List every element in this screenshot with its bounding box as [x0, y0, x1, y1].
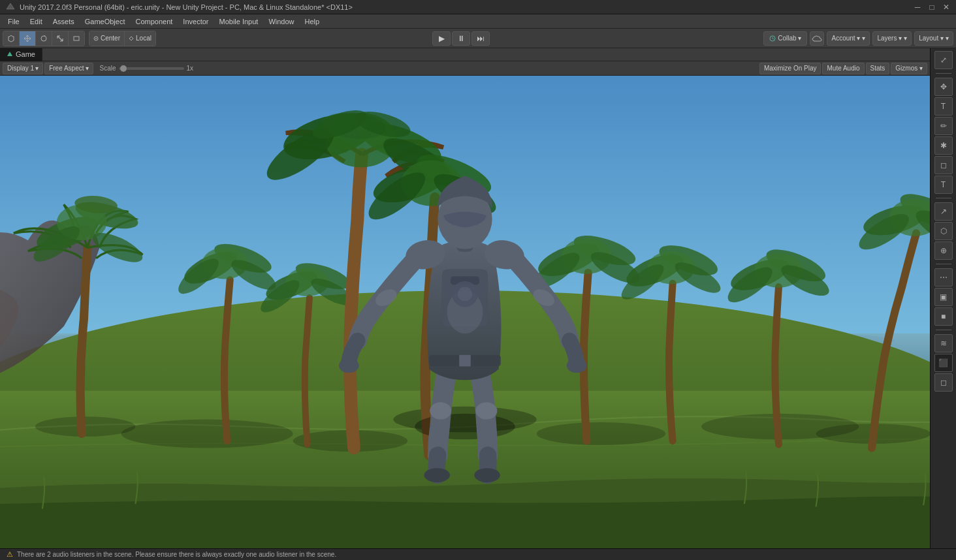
svg-point-12: [121, 420, 293, 448]
step-button[interactable]: ⏭: [471, 31, 490, 46]
right-tool-expand[interactable]: ⤢: [934, 51, 953, 69]
svg-point-1: [41, 36, 46, 41]
minimize-button[interactable]: ─: [913, 3, 922, 12]
aspect-dropdown-icon: ▾: [86, 65, 89, 72]
layout-label: Layout ▾: [919, 35, 944, 42]
svg-rect-85: [459, 355, 471, 367]
scale-container: Scale 1x: [100, 65, 194, 72]
menu-gameobject[interactable]: GameObject: [80, 14, 131, 28]
status-message: There are 2 audio listeners in the scene…: [17, 551, 336, 558]
right-tool-pen[interactable]: ✏: [934, 117, 953, 135]
right-tool-color[interactable]: ⬛: [934, 354, 953, 372]
display-dropdown-icon: ▾: [35, 65, 39, 72]
display-selector[interactable]: Display 1 ▾: [3, 63, 43, 74]
right-tool-stroke[interactable]: ◻: [934, 373, 953, 392]
game-tab-bar: Game: [0, 48, 930, 61]
pause-button[interactable]: ⏸: [452, 31, 470, 46]
rect-tool[interactable]: [69, 31, 84, 46]
menu-invector[interactable]: Invector: [178, 14, 214, 28]
game-tab-icon: [7, 51, 13, 57]
svg-marker-6: [7, 52, 12, 56]
mute-audio-label: Mute Audio: [827, 65, 859, 72]
scale-slider[interactable]: [119, 67, 184, 70]
stats-button[interactable]: Stats: [866, 63, 890, 74]
pivot-group: Center Local: [89, 31, 156, 46]
local-label: Local: [136, 35, 151, 42]
status-warning-icon: ⚠: [5, 550, 14, 559]
svg-point-69: [424, 468, 449, 482]
main-area: Game Display 1 ▾ Free Aspect ▾ Scale 1x: [0, 48, 956, 548]
right-tool-text[interactable]: T: [934, 97, 953, 116]
layout-button[interactable]: Layout ▾ ▾: [914, 31, 953, 46]
svg-point-4: [95, 38, 97, 39]
game-toolbar: Display 1 ▾ Free Aspect ▾ Scale 1x Maxim…: [0, 61, 930, 76]
menu-mobile-input[interactable]: Mobile Input: [214, 14, 263, 28]
rotate-tool[interactable]: [36, 31, 52, 46]
right-tool-move[interactable]: ✥: [934, 78, 953, 96]
right-tool-erase[interactable]: ◻: [934, 156, 953, 174]
status-bar: ⚠ There are 2 audio listeners in the sce…: [0, 548, 956, 560]
menu-component[interactable]: Component: [130, 14, 178, 28]
right-tool-fill[interactable]: ■: [934, 307, 953, 326]
account-button[interactable]: Account ▾ ▾: [827, 31, 870, 46]
account-dropdown-icon: ▾: [862, 35, 865, 42]
maximize-button[interactable]: □: [927, 3, 936, 12]
mute-audio-button[interactable]: Mute Audio: [822, 63, 864, 74]
scale-text: Scale: [100, 65, 116, 72]
right-toolbar: Collab ▾ Account ▾ ▾ Layers ▾ ▾ Layout ▾…: [763, 31, 953, 46]
scale-tool[interactable]: [52, 31, 69, 46]
gizmos-label: Gizmos ▾: [895, 65, 923, 72]
game-tab-label: Game: [16, 50, 35, 58]
collab-label: Collab ▾: [778, 35, 801, 42]
account-label: Account ▾: [831, 35, 860, 42]
right-tool-grid[interactable]: ▣: [934, 288, 953, 306]
right-panel-sep-1: [936, 73, 951, 74]
cloud-button[interactable]: [810, 31, 824, 46]
svg-point-79: [567, 358, 587, 373]
right-tool-brush[interactable]: ✱: [934, 136, 953, 155]
maximize-on-play-label: Maximize On Play: [764, 65, 817, 72]
move-tool[interactable]: [20, 31, 36, 46]
right-tool-panel: ⤢ ✥ T ✏ ✱ ◻ T ↗ ⬡ ⊕ ⋯ ▣ ■ ≋ ⬛ ◻: [930, 48, 956, 548]
right-tool-layers[interactable]: ≋: [934, 334, 953, 352]
toolbar: Center Local ▶ ⏸ ⏭ Collab ▾ Account ▾ ▾ …: [0, 29, 956, 48]
window-controls: ─ □ ✕: [913, 3, 951, 12]
scale-slider-thumb[interactable]: [120, 65, 127, 72]
layout-dropdown-icon: ▾: [946, 35, 949, 42]
aspect-label: Free Aspect: [49, 65, 84, 72]
hand-tool[interactable]: [3, 31, 20, 46]
scene-view: [0, 76, 930, 548]
transform-tools-group: [3, 31, 85, 46]
title-bar: Unity 2017.2.0f3 Personal (64bit) - eric…: [0, 0, 956, 14]
svg-point-78: [339, 358, 359, 373]
layers-button[interactable]: Layers ▾ ▾: [872, 31, 912, 46]
scale-value: 1x: [187, 65, 194, 72]
play-button[interactable]: ▶: [432, 31, 451, 46]
right-tool-type[interactable]: T: [934, 176, 953, 194]
maximize-on-play-button[interactable]: Maximize On Play: [759, 63, 821, 74]
menu-file[interactable]: File: [3, 14, 25, 28]
local-button[interactable]: Local: [125, 31, 155, 46]
right-tool-select[interactable]: ↗: [934, 202, 953, 221]
aspect-selector[interactable]: Free Aspect ▾: [44, 63, 93, 74]
gizmos-button[interactable]: Gizmos ▾: [891, 63, 927, 74]
menu-window[interactable]: Window: [263, 14, 299, 28]
svg-point-15: [537, 422, 665, 445]
right-tool-more[interactable]: ⋯: [934, 268, 953, 287]
right-panel-sep-2: [936, 198, 951, 198]
right-game-controls: Maximize On Play Mute Audio Stats Gizmos…: [759, 63, 927, 74]
svg-marker-0: [7, 3, 14, 9]
svg-point-70: [474, 468, 500, 482]
unity-icon: [5, 2, 16, 12]
svg-point-87: [475, 402, 497, 419]
game-tab[interactable]: Game: [0, 48, 42, 61]
menu-assets[interactable]: Assets: [48, 14, 80, 28]
collab-button[interactable]: Collab ▾: [763, 31, 807, 46]
right-tool-add[interactable]: ⊕: [934, 241, 953, 260]
svg-point-75: [458, 287, 472, 302]
close-button[interactable]: ✕: [942, 3, 951, 12]
menu-help[interactable]: Help: [300, 14, 325, 28]
menu-edit[interactable]: Edit: [25, 14, 48, 28]
right-tool-shape[interactable]: ⬡: [934, 222, 953, 240]
center-button[interactable]: Center: [89, 31, 125, 46]
